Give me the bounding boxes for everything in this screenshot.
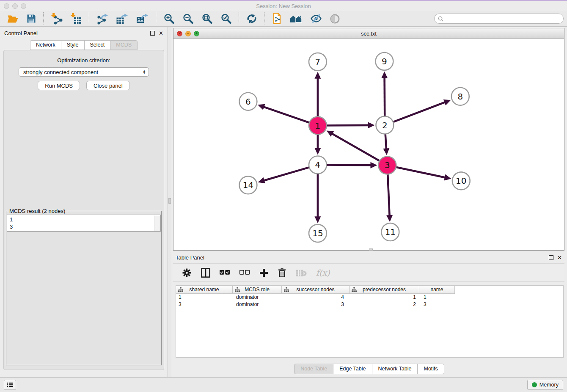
- graph-node-9[interactable]: 9: [375, 52, 393, 70]
- table-cell: 3: [282, 301, 350, 307]
- column-header-shared-name[interactable]: shared name: [176, 286, 233, 294]
- zoom-fit-button[interactable]: [198, 12, 217, 25]
- float-table-panel-icon[interactable]: [549, 255, 553, 260]
- table-header-row: shared nameMCDS rolesuccessor nodesprede…: [176, 286, 563, 294]
- graph-node-15[interactable]: 15: [309, 224, 327, 242]
- criterion-select-value: strongly connected component: [23, 69, 143, 75]
- toolbar-separator: [89, 12, 90, 25]
- first-neighbors-button[interactable]: [286, 12, 306, 25]
- table-row[interactable]: 1dominator411: [176, 294, 563, 301]
- column-header-name[interactable]: name: [419, 286, 455, 294]
- close-panel-icon[interactable]: ✕: [159, 31, 163, 35]
- graph-node-8[interactable]: 8: [451, 88, 469, 105]
- table-cell: 3: [419, 301, 455, 307]
- network-resize-handle[interactable]: [369, 248, 373, 251]
- graph-node-2[interactable]: 2: [376, 116, 394, 134]
- table-tab-node-table[interactable]: Node Table: [294, 364, 333, 374]
- tab-mcds[interactable]: MCDS: [110, 40, 138, 50]
- criterion-select[interactable]: strongly connected component ▲▼: [19, 67, 149, 77]
- svg-text:10: 10: [456, 176, 466, 186]
- tab-style[interactable]: Style: [61, 40, 84, 50]
- close-panel-button[interactable]: Close panel: [86, 81, 130, 90]
- toolbar-icon-groups: [3, 11, 344, 26]
- graph-node-11[interactable]: 11: [381, 223, 399, 241]
- export-network-button[interactable]: [93, 12, 112, 25]
- svg-text:15: 15: [312, 228, 323, 238]
- export-table-button[interactable]: [112, 12, 132, 25]
- table-tab-motifs[interactable]: Motifs: [417, 364, 444, 374]
- result-scrollbar[interactable]: [154, 215, 160, 231]
- network-canvas[interactable]: 7968124314101511: [173, 39, 564, 250]
- table-cell: dominator: [233, 301, 282, 307]
- graph-edge-2-8[interactable]: [385, 99, 451, 125]
- memory-button[interactable]: Memory: [527, 380, 563, 390]
- right-column: ✕ − + scc.txt 7968124314101511 Table Pan…: [171, 27, 567, 377]
- svg-text:7: 7: [315, 57, 321, 67]
- mcds-panel: Optimization criterion: strongly connect…: [3, 50, 164, 370]
- graph-node-10[interactable]: 10: [452, 172, 470, 190]
- open-file-button[interactable]: [3, 12, 22, 25]
- zoom-in-button[interactable]: [160, 12, 179, 25]
- close-table-panel-icon[interactable]: ✕: [557, 256, 562, 259]
- graph-node-6[interactable]: 6: [239, 93, 257, 110]
- apply-preferred-layout-button[interactable]: [242, 12, 261, 25]
- graph-node-3[interactable]: 3: [378, 156, 396, 174]
- run-mcds-button[interactable]: Run MCDS: [38, 81, 80, 90]
- memory-label: Memory: [539, 382, 559, 388]
- hide-selected-button[interactable]: [306, 12, 326, 25]
- search-input[interactable]: [446, 15, 560, 22]
- import-network-button[interactable]: [47, 12, 66, 25]
- graph-node-14[interactable]: 14: [239, 176, 257, 194]
- tab-select[interactable]: Select: [84, 40, 110, 50]
- column-header-predecessor-nodes[interactable]: predecessor nodes: [350, 286, 419, 294]
- mcds-result-box[interactable]: 1 3: [7, 215, 161, 232]
- float-panel-icon[interactable]: [150, 31, 155, 36]
- control-panel-tabs: NetworkStyleSelectMCDS: [0, 39, 168, 50]
- split-table-view-button[interactable]: [197, 265, 214, 280]
- clone-network-button[interactable]: [268, 12, 286, 25]
- zoom-out-button[interactable]: [179, 12, 198, 25]
- network-window-title: scc.txt: [173, 30, 564, 37]
- graph-edge-3-10[interactable]: [387, 165, 451, 180]
- table-cell: 1: [419, 294, 455, 300]
- control-panel-header: Control Panel ✕: [0, 27, 168, 39]
- graph-node-1[interactable]: 1: [309, 117, 327, 135]
- svg-text:14: 14: [243, 180, 253, 190]
- table-row[interactable]: 3dominator323: [176, 301, 563, 308]
- show-all-button: [326, 12, 344, 25]
- toolbar-separator: [264, 12, 265, 25]
- import-table-button[interactable]: [66, 12, 86, 25]
- graph-node-7[interactable]: 7: [309, 53, 327, 71]
- tab-network[interactable]: Network: [30, 40, 61, 50]
- svg-text:6: 6: [245, 97, 251, 107]
- table-tab-network-table[interactable]: Network Table: [372, 364, 418, 374]
- graph-edge-1-6[interactable]: [258, 104, 318, 126]
- zoom-selected-button[interactable]: [217, 12, 236, 25]
- deselect-all-checkboxes-button[interactable]: [236, 265, 254, 280]
- graph-edge-3-1[interactable]: [327, 130, 388, 165]
- column-header-MCDS-role[interactable]: MCDS role: [233, 286, 282, 294]
- search-icon: [438, 16, 443, 22]
- splitter-handle[interactable]: [168, 198, 171, 204]
- graph-node-4[interactable]: 4: [309, 156, 327, 174]
- table-options-gear-button[interactable]: [178, 265, 195, 280]
- optimization-criterion-label: Optimization criterion:: [57, 57, 110, 64]
- delete-column-button[interactable]: [274, 265, 290, 280]
- svg-text:4: 4: [315, 160, 321, 170]
- save-session-button[interactable]: [22, 12, 40, 25]
- memory-status-icon: [532, 382, 537, 387]
- mcds-result-group: MCDS result (2 nodes) 1 3: [6, 208, 162, 365]
- export-image-button[interactable]: [132, 12, 153, 25]
- network-graph[interactable]: 7968124314101511: [173, 39, 564, 250]
- task-history-button[interactable]: [4, 380, 16, 390]
- table-tab-edge-table[interactable]: Edge Table: [333, 364, 372, 374]
- table-cell: 3: [176, 301, 233, 307]
- select-all-checkboxes-button[interactable]: [216, 265, 234, 280]
- network-window-titlebar: ✕ − + scc.txt: [173, 28, 564, 39]
- vertical-splitter[interactable]: [168, 27, 171, 377]
- toolbar-separator: [43, 12, 44, 25]
- column-header-successor-nodes[interactable]: successor nodes: [282, 286, 350, 294]
- search-box[interactable]: [434, 14, 564, 24]
- table-panel: Table Panel ✕ f(x) shared nameMCDS roles…: [171, 252, 567, 377]
- add-column-button[interactable]: [256, 265, 272, 280]
